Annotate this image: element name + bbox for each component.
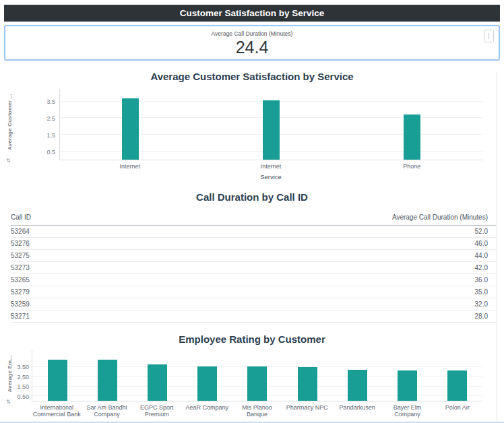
x-axis-label: Bayer Elm Company [382, 401, 432, 418]
chart-employee-rating: Employee Rating by Customer Average Em..… [0, 333, 504, 423]
bar-internet[interactable] [122, 98, 139, 160]
bar-mis-planoo-banque[interactable] [247, 366, 267, 401]
bar-slot [132, 350, 182, 401]
bar-slot [383, 350, 433, 401]
call-id-cell: 53279 [11, 286, 30, 298]
y-tick-label: 2.5 [46, 115, 55, 122]
table-call-duration: Call Duration by Call ID Call ID Average… [0, 191, 504, 323]
duration-cell: 28.0 [475, 311, 488, 322]
duration-cell: 32.0 [475, 298, 488, 310]
call-id-cell: 53273 [11, 262, 30, 273]
table-body: 5326452.05327646.05327544.05327342.05326… [11, 226, 496, 323]
kpi-label: Average Call Duration (Minutes) [5, 26, 499, 37]
kebab-menu-button[interactable]: ⋮ [484, 30, 494, 42]
table-row[interactable]: 5327544.0 [11, 250, 496, 262]
kebab-icon: ⋮ [486, 32, 492, 39]
bar-sar-am-bandhi-company[interactable] [98, 360, 117, 401]
y-axis-ticks: 3.52.51.50.5 [20, 89, 59, 160]
duration-cell: 36.0 [475, 274, 488, 286]
table-row[interactable]: 5326536.0 [11, 274, 496, 286]
y-tick-label: 0.5 [46, 149, 55, 156]
x-axis-label: International Commercial Bank [32, 401, 82, 418]
table-row[interactable]: 5327646.0 [11, 238, 496, 250]
bar-phone[interactable] [404, 115, 420, 160]
plot-area [32, 350, 482, 401]
plot-area [59, 89, 482, 160]
table-row[interactable]: 5327342.0 [11, 262, 496, 274]
bar-egpc-sport-premium[interactable] [148, 364, 167, 401]
panel-right-border [497, 72, 497, 421]
x-axis-label: Pandarkusen [332, 401, 382, 418]
data-table: Call ID Average Call Duration (Minutes) … [11, 211, 496, 323]
kpi-value: 24.4 [5, 37, 499, 57]
bar-pharmacy-npc[interactable] [298, 367, 317, 401]
sort-icon[interactable]: ⇅ [6, 399, 11, 405]
sort-icon[interactable]: ⇅ [6, 158, 11, 164]
bar-pandarkusen[interactable] [348, 370, 367, 401]
table-title: Call Duration by Call ID [0, 191, 504, 203]
x-axis-labels: International Commercial BankSar Am Band… [32, 401, 482, 418]
bar-slot [82, 350, 132, 401]
call-id-cell: 53264 [11, 226, 30, 237]
bar-slot [232, 350, 282, 401]
bar-international-commercial-bank[interactable] [48, 360, 67, 401]
y-tick-label: 3.5 [46, 98, 55, 105]
x-axis-label: Pharmacy NPC [282, 401, 332, 418]
column-header-duration[interactable]: Average Call Duration (Minutes) [392, 214, 488, 221]
bar-slot [60, 89, 201, 160]
x-axis-label: AeaR Company [182, 401, 232, 418]
table-header-row: Call ID Average Call Duration (Minutes) [11, 211, 496, 226]
bar-bayer-elm-company[interactable] [398, 370, 417, 401]
bar-internet[interactable] [263, 100, 280, 160]
chart-satisfaction-by-service: Average Customer Satisfaction by Service… [0, 71, 504, 181]
table-row[interactable]: 5327128.0 [11, 311, 496, 323]
duration-cell: 52.0 [475, 226, 488, 237]
bar-slot [282, 350, 332, 401]
bar-slot [183, 350, 232, 401]
chart-title: Average Customer Satisfaction by Service [0, 71, 504, 82]
y-axis-title-column: Average Customer ... ⇅ [4, 89, 20, 160]
x-axis-label: Internet [200, 160, 341, 170]
x-axis-label: Mis Planoo Banque [232, 401, 282, 418]
call-id-cell: 53259 [11, 298, 30, 310]
x-axis-title: Service [0, 173, 504, 181]
call-id-cell: 53265 [11, 274, 30, 286]
bar-slot [201, 89, 342, 160]
table-row[interactable]: 5326452.0 [11, 226, 496, 238]
x-axis-label: EGPC Sport Premium [132, 401, 182, 418]
chart-area: Average Em... ⇅ 3.502.501.500.50 [4, 350, 482, 401]
table-row[interactable]: 5327935.0 [11, 286, 496, 298]
y-axis-title: Average Customer ... [7, 94, 13, 150]
x-axis-label: Internet [59, 160, 200, 170]
y-axis-ticks: 3.502.501.500.50 [16, 350, 32, 401]
bar-slot [342, 89, 482, 160]
call-id-cell: 53275 [11, 250, 30, 261]
y-axis-title-column: Average Em... ⇅ [4, 350, 16, 401]
x-axis-labels: InternetInternetPhone [59, 160, 482, 170]
call-id-cell: 53276 [11, 238, 30, 249]
bar-aear-company[interactable] [197, 366, 217, 401]
chart-area: Average Customer ... ⇅ 3.52.51.50.5 [4, 89, 482, 160]
bar-slot [32, 350, 82, 401]
y-tick-label: 3.50 [17, 364, 29, 370]
y-tick-label: 2.50 [17, 374, 29, 381]
x-axis-label: Sar Am Bandhi Company [82, 401, 131, 418]
x-axis-label: Polon Air [433, 401, 482, 418]
duration-cell: 44.0 [475, 250, 488, 261]
bar-slot [332, 350, 382, 401]
y-tick-label: 1.5 [46, 132, 55, 139]
column-header-call-id[interactable]: Call ID [11, 214, 31, 221]
duration-cell: 35.0 [475, 286, 488, 298]
y-tick-label: 0.50 [17, 393, 29, 400]
dashboard-page: Customer Satisfaction by Service ⋮ Avera… [0, 5, 504, 423]
y-tick-label: 1.50 [17, 383, 29, 390]
duration-cell: 46.0 [475, 238, 488, 249]
duration-cell: 42.0 [475, 262, 488, 273]
page-title: Customer Satisfaction by Service [4, 5, 500, 22]
chart-title: Employee Rating by Customer [0, 333, 504, 345]
bar-polon-air[interactable] [447, 370, 467, 401]
call-id-cell: 53271 [11, 311, 30, 322]
kpi-card-avg-call-duration: ⋮ Average Call Duration (Minutes) 24.4 [4, 25, 500, 61]
table-row[interactable]: 5325932.0 [11, 298, 496, 311]
y-axis-title: Average Em... [7, 355, 13, 392]
